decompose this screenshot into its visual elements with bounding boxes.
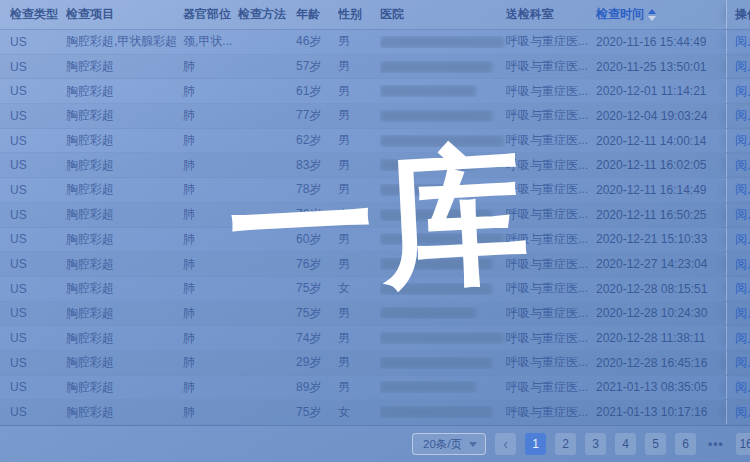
cell-organ: 肺 — [183, 256, 238, 273]
cell-exam_time: 2020-12-11 16:02:05 — [596, 158, 726, 172]
cell-gender: 男 — [338, 157, 380, 174]
cell-organ: 肺 — [183, 181, 238, 198]
table-row: US胸腔彩超肺61岁男呼吸与重症医...2020-12-01 11:14:21阅… — [0, 79, 750, 104]
page-button-1[interactable]: 1 — [525, 433, 546, 455]
cell-action: 阅片 — [726, 55, 750, 79]
table-row: US胸腔彩超肺89岁男呼吸与重症医...2021-01-13 08:35:05阅… — [0, 376, 750, 401]
cell-exam_type: US — [10, 158, 66, 172]
view-images-link[interactable]: 阅片 — [735, 379, 750, 396]
cell-action: 阅片 — [726, 104, 750, 128]
cell-exam_type: US — [10, 306, 66, 320]
caret-down-icon — [648, 16, 656, 21]
cell-hospital — [380, 110, 506, 122]
cell-age: 75岁 — [296, 305, 338, 322]
column-header-age: 年龄 — [296, 6, 338, 23]
cell-exam_time: 2020-11-16 15:44:49 — [596, 35, 726, 49]
redacted-hospital-name — [380, 406, 492, 418]
cell-action: 阅片 — [726, 228, 750, 252]
redacted-hospital-name — [380, 332, 504, 344]
cell-exam_item: 胸腔彩超 — [66, 181, 183, 198]
cell-exam_item: 胸腔彩超 — [66, 206, 183, 223]
cell-gender: 男 — [338, 181, 380, 198]
view-images-link[interactable]: 阅片 — [735, 305, 750, 322]
column-label: 医院 — [380, 6, 404, 23]
view-images-link[interactable]: 阅片 — [735, 256, 750, 273]
view-images-link[interactable]: 阅片 — [735, 107, 750, 124]
view-images-link[interactable]: 阅片 — [735, 132, 750, 149]
cell-action: 阅片 — [726, 326, 750, 350]
page-button-6[interactable]: 6 — [675, 433, 696, 455]
table-row: US胸腔彩超肺74岁男呼吸与重症医...2020-12-28 11:38:11阅… — [0, 326, 750, 351]
exam-list-screen: 检查类型检查项目器官部位检查方法年龄性别医院送检科室检查时间操作 US胸腔彩超,… — [0, 0, 750, 462]
cell-gender: 男 — [338, 330, 380, 347]
page-button-3[interactable]: 3 — [585, 433, 606, 455]
cell-age: 83岁 — [296, 157, 338, 174]
cell-exam_item: 胸腔彩超 — [66, 83, 183, 100]
cell-exam_type: US — [10, 356, 66, 370]
cell-department: 呼吸与重症医... — [506, 132, 596, 149]
cell-gender: 男 — [338, 231, 380, 248]
table-row: US胸腔彩超肺76岁男呼吸与重症医...2020-12-27 14:23:04阅… — [0, 252, 750, 277]
view-images-link[interactable]: 阅片 — [735, 330, 750, 347]
page-ellipsis[interactable]: ••• — [705, 433, 727, 455]
cell-age: 75岁 — [296, 280, 338, 297]
redacted-hospital-name — [380, 283, 492, 295]
cell-organ: 肺 — [183, 330, 238, 347]
column-header-exam_time[interactable]: 检查时间 — [596, 6, 726, 23]
prev-page-button[interactable]: ‹ — [495, 433, 516, 455]
redacted-hospital-name — [380, 184, 492, 196]
view-images-link[interactable]: 阅片 — [735, 206, 750, 223]
view-images-link[interactable]: 阅片 — [735, 58, 750, 75]
page-button-16[interactable]: 16 — [736, 433, 750, 455]
cell-gender: 男 — [338, 107, 380, 124]
cell-action: 阅片 — [726, 129, 750, 153]
cell-department: 呼吸与重症医... — [506, 256, 596, 273]
cell-gender: 男 — [338, 256, 380, 273]
redacted-hospital-name — [380, 209, 492, 221]
table-row: US胸腔彩超肺78岁男呼吸与重症医...2020-12-11 16:14:49阅… — [0, 178, 750, 203]
cell-organ: 肺 — [183, 132, 238, 149]
caret-up-icon — [648, 9, 656, 14]
view-images-link[interactable]: 阅片 — [735, 83, 750, 100]
cell-organ: 肺 — [183, 83, 238, 100]
cell-hospital — [380, 283, 506, 295]
cell-exam_type: US — [10, 35, 66, 49]
column-label: 检查项目 — [66, 6, 114, 23]
cell-gender: 男 — [338, 379, 380, 396]
cell-exam_type: US — [10, 232, 66, 246]
cell-age: 77岁 — [296, 107, 338, 124]
table-row: US胸腔彩超肺62岁男呼吸与重症医...2020-12-11 14:00:14阅… — [0, 129, 750, 154]
view-images-link[interactable]: 阅片 — [735, 157, 750, 174]
page-button-5[interactable]: 5 — [645, 433, 666, 455]
sort-caret-icon[interactable] — [648, 9, 656, 21]
cell-organ: 肺 — [183, 231, 238, 248]
cell-hospital — [380, 332, 506, 344]
view-images-link[interactable]: 阅片 — [735, 231, 750, 248]
page-size-select[interactable]: 20条/页 — [412, 433, 486, 455]
cell-exam_item: 胸腔彩超 — [66, 354, 183, 371]
column-header-department: 送检科室 — [506, 6, 596, 23]
redacted-hospital-name — [380, 159, 476, 171]
cell-department: 呼吸与重症医... — [506, 379, 596, 396]
page-button-4[interactable]: 4 — [615, 433, 636, 455]
page-button-2[interactable]: 2 — [555, 433, 576, 455]
column-label: 操作 — [735, 6, 750, 23]
cell-hospital — [380, 184, 506, 196]
cell-exam_time: 2020-12-11 16:50:25 — [596, 208, 726, 222]
view-images-link[interactable]: 阅片 — [735, 404, 750, 421]
table-row: US胸腔彩超,甲状腺彩超颈,甲状...46岁男呼吸与重症医...2020-11-… — [0, 30, 750, 55]
view-images-link[interactable]: 阅片 — [735, 181, 750, 198]
cell-action: 阅片 — [726, 277, 750, 301]
cell-exam_time: 2020-12-01 11:14:21 — [596, 84, 726, 98]
cell-age: 76岁 — [296, 206, 338, 223]
view-images-link[interactable]: 阅片 — [735, 33, 750, 50]
cell-exam_time: 2021-01-13 10:17:16 — [596, 405, 726, 419]
view-images-link[interactable]: 阅片 — [735, 354, 750, 371]
cell-action: 阅片 — [726, 79, 750, 103]
view-images-link[interactable]: 阅片 — [735, 280, 750, 297]
cell-action: 阅片 — [726, 30, 750, 54]
column-header-hospital: 医院 — [380, 6, 506, 23]
column-label: 器官部位 — [183, 6, 231, 23]
cell-department: 呼吸与重症医... — [506, 58, 596, 75]
column-header-gender: 性别 — [338, 6, 380, 23]
